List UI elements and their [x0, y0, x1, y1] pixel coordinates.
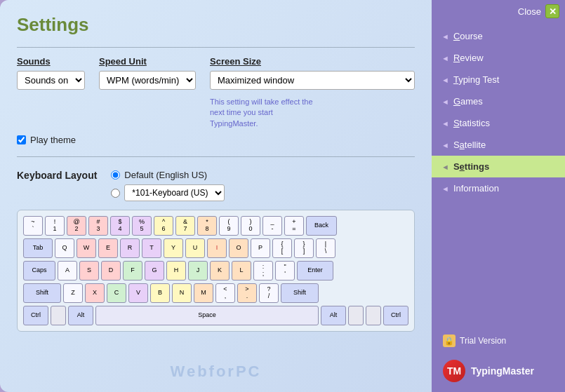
key-tab[interactable]: Tab: [23, 238, 53, 258]
key-fn-left[interactable]: [51, 306, 66, 325]
key-shift-left[interactable]: Shift: [23, 283, 61, 303]
sidebar-bottom: 🔒 Trial Version TM TypingMaster: [432, 325, 565, 392]
keyboard-visual: ~` !1 @2 #3 $4 %5 ^6 &7 *8 (9 )0 _- += B…: [17, 210, 415, 332]
key-lbracket[interactable]: {[: [272, 238, 292, 258]
key-2[interactable]: @2: [67, 216, 86, 236]
divider-mid: [17, 156, 415, 157]
sidebar-item-typing-test[interactable]: ◄ Typing Test: [432, 69, 565, 90]
key-slash[interactable]: ?/: [259, 283, 279, 303]
key-j[interactable]: J: [188, 261, 208, 281]
key-equals[interactable]: +=: [284, 216, 304, 236]
key-w[interactable]: W: [77, 238, 96, 258]
key-l[interactable]: L: [232, 261, 251, 281]
key-r[interactable]: R: [120, 238, 140, 258]
kb-row-2: Tab Q W E R T Y U I O P {[ }] |\: [23, 238, 408, 258]
screen-size-select[interactable]: Maximized window Full screen Normal wind…: [210, 71, 415, 90]
key-g[interactable]: G: [145, 261, 164, 281]
key-i[interactable]: I: [207, 238, 227, 258]
nav-label-satellite: Satellite: [453, 140, 486, 150]
key-c[interactable]: C: [107, 283, 126, 303]
key-h[interactable]: H: [166, 261, 186, 281]
key-m[interactable]: M: [194, 283, 213, 303]
key-e[interactable]: E: [98, 238, 118, 258]
radio-default[interactable]: [111, 170, 120, 180]
nav-label-typing-test: Typing Test: [453, 74, 500, 85]
key-q[interactable]: Q: [55, 238, 74, 258]
key-capslock[interactable]: Caps: [23, 261, 55, 281]
radio-custom-row: *101-Keyboard (US): [111, 184, 225, 201]
sidebar-item-course[interactable]: ◄ Course: [432, 25, 565, 47]
divider-top: [17, 47, 415, 48]
play-theme-row: Play theme: [17, 135, 415, 145]
key-backtick[interactable]: ~`: [23, 216, 43, 236]
play-theme-checkbox[interactable]: [17, 135, 26, 144]
key-o[interactable]: O: [229, 238, 248, 258]
lock-icon: 🔒: [443, 334, 456, 347]
sidebar-item-satellite[interactable]: ◄ Satellite: [432, 134, 565, 156]
speed-unit-select[interactable]: WPM (words/min) CPM (chars/min) KPM (key…: [99, 71, 196, 90]
key-6[interactable]: ^6: [154, 216, 173, 236]
key-period[interactable]: >.: [237, 283, 257, 303]
key-backspace[interactable]: Back: [306, 216, 337, 236]
sidebar-item-statistics[interactable]: ◄ Statistics: [432, 112, 565, 134]
key-backslash[interactable]: |\: [316, 238, 335, 258]
sounds-select[interactable]: Sounds on Sounds off: [17, 71, 85, 90]
key-5[interactable]: %5: [132, 216, 152, 236]
key-4[interactable]: $4: [110, 216, 130, 236]
sidebar-item-information[interactable]: ◄ Information: [432, 177, 565, 199]
key-n[interactable]: N: [172, 283, 192, 303]
key-1[interactable]: !1: [45, 216, 65, 236]
key-v[interactable]: V: [128, 283, 148, 303]
key-minus[interactable]: _-: [262, 216, 282, 236]
key-8[interactable]: *8: [197, 216, 217, 236]
brand-logo: TM: [443, 360, 465, 382]
key-enter[interactable]: Enter: [297, 261, 333, 281]
key-f[interactable]: F: [123, 261, 142, 281]
key-alt-right[interactable]: Alt: [321, 306, 346, 325]
key-a[interactable]: A: [58, 261, 77, 281]
key-ctrl-left[interactable]: Ctrl: [23, 306, 48, 325]
nav-arrow-settings: ◄: [441, 163, 449, 171]
key-k[interactable]: K: [210, 261, 230, 281]
key-shift-right[interactable]: Shift: [281, 283, 319, 303]
trial-badge: 🔒 Trial Version: [439, 332, 558, 350]
key-p[interactable]: P: [251, 238, 270, 258]
screen-size-label: Screen Size: [210, 56, 415, 67]
key-comma[interactable]: <,: [215, 283, 235, 303]
key-7[interactable]: &7: [175, 216, 195, 236]
key-x[interactable]: X: [85, 283, 105, 303]
close-bar: Close ✕: [432, 0, 565, 22]
keyboard-custom-select[interactable]: *101-Keyboard (US): [124, 184, 225, 201]
key-alt-left[interactable]: Alt: [68, 306, 93, 325]
key-z[interactable]: Z: [63, 283, 83, 303]
key-9[interactable]: (9: [219, 216, 239, 236]
key-quote[interactable]: "': [275, 261, 295, 281]
key-space[interactable]: Space: [95, 306, 319, 325]
keyboard-section: Keyboard Layout Default (English US) *10…: [17, 170, 415, 332]
key-rbracket[interactable]: }]: [294, 238, 314, 258]
key-d[interactable]: D: [101, 261, 121, 281]
close-button[interactable]: ✕: [545, 4, 559, 18]
key-3[interactable]: #3: [88, 216, 108, 236]
key-0[interactable]: )0: [241, 216, 260, 236]
key-fn-right1[interactable]: [348, 306, 364, 325]
key-fn-right2[interactable]: [366, 306, 381, 325]
keyboard-layout-label: Keyboard Layout: [17, 170, 97, 181]
radio-default-row: Default (English US): [111, 170, 225, 180]
key-t[interactable]: T: [142, 238, 161, 258]
nav-arrow-information: ◄: [441, 184, 449, 193]
nav-arrow-statistics: ◄: [441, 119, 449, 128]
nav-arrow-satellite: ◄: [441, 141, 449, 149]
key-y[interactable]: Y: [164, 238, 183, 258]
key-b[interactable]: B: [150, 283, 170, 303]
key-ctrl-right[interactable]: Ctrl: [383, 306, 408, 325]
radio-custom[interactable]: [111, 189, 120, 198]
key-s[interactable]: S: [79, 261, 99, 281]
sidebar-item-games[interactable]: ◄ Games: [432, 90, 565, 112]
nav-label-statistics: Statistics: [453, 118, 490, 128]
key-u[interactable]: U: [185, 238, 205, 258]
sidebar-item-settings[interactable]: ◄ Settings: [432, 156, 565, 177]
sidebar-item-review[interactable]: ◄ Review: [432, 47, 565, 69]
key-semicolon[interactable]: :;: [253, 261, 273, 281]
page-title: Settings: [17, 14, 415, 36]
